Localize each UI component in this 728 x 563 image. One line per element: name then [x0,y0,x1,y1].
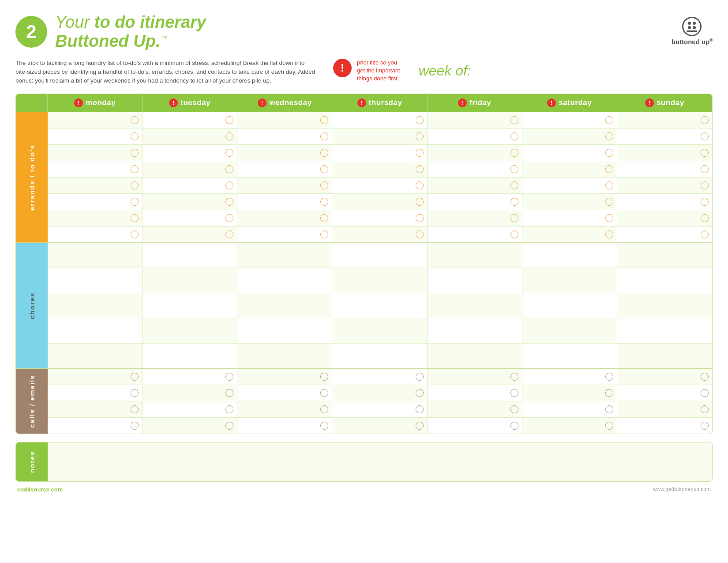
checkbox[interactable] [131,149,139,157]
checkbox[interactable] [510,165,518,173]
logo-dot [693,22,696,25]
checkbox[interactable] [416,405,424,413]
cell [617,210,712,226]
checkbox[interactable] [416,373,424,381]
title-line1: Your to do itinerary [55,13,206,32]
cell [522,145,617,161]
checkbox[interactable] [416,132,424,140]
checkbox[interactable] [701,165,709,173]
checkbox[interactable] [225,149,233,157]
table-row [48,369,712,385]
cell [143,418,237,434]
checkbox[interactable] [320,422,328,430]
checkbox[interactable] [416,389,424,397]
checkbox[interactable] [225,181,233,189]
checkbox[interactable] [605,422,613,430]
checkbox[interactable] [416,116,424,124]
checkbox[interactable] [225,198,233,206]
checkbox[interactable] [320,198,328,206]
checkbox[interactable] [131,165,139,173]
checkbox[interactable] [320,405,328,413]
checkbox[interactable] [416,165,424,173]
footer-right: www.getbuttonedup.com [653,486,711,492]
checkbox[interactable] [131,405,139,413]
checkbox[interactable] [225,214,233,222]
checkbox[interactable] [510,198,518,206]
checkbox[interactable] [416,230,424,238]
checkbox[interactable] [701,230,709,238]
checkbox[interactable] [605,214,613,222]
checkbox[interactable] [131,198,139,206]
checkbox[interactable] [416,214,424,222]
checkbox[interactable] [320,181,328,189]
checkbox[interactable] [320,165,328,173]
checkbox[interactable] [701,181,709,189]
checkbox[interactable] [225,132,233,140]
checkbox[interactable] [605,373,613,381]
checkbox[interactable] [225,230,233,238]
checkbox[interactable] [416,198,424,206]
checkbox[interactable] [225,405,233,413]
checkbox[interactable] [510,132,518,140]
checkbox[interactable] [131,422,139,430]
checkbox[interactable] [225,389,233,397]
footer-left: cod4source.com [17,486,63,493]
checkbox[interactable] [605,165,613,173]
checkbox[interactable] [605,230,613,238]
checkbox[interactable] [131,389,139,397]
checkbox[interactable] [131,132,139,140]
checkbox[interactable] [605,116,613,124]
checkbox[interactable] [605,181,613,189]
checkbox[interactable] [320,132,328,140]
col-tuesday: ! tuesday [143,94,237,112]
cell [617,318,712,343]
checkbox[interactable] [320,116,328,124]
checkbox[interactable] [605,389,613,397]
checkbox[interactable] [510,230,518,238]
checkbox[interactable] [225,165,233,173]
checkbox[interactable] [320,214,328,222]
checkbox[interactable] [131,181,139,189]
checkbox[interactable] [605,149,613,157]
checkbox[interactable] [605,198,613,206]
checkbox[interactable] [131,373,139,381]
checkbox[interactable] [131,214,139,222]
checkbox[interactable] [510,116,518,124]
checkbox[interactable] [605,405,613,413]
checkbox[interactable] [320,230,328,238]
cell [237,344,332,368]
checkbox[interactable] [510,405,518,413]
checkbox[interactable] [701,198,709,206]
checkbox[interactable] [416,422,424,430]
checkbox[interactable] [510,422,518,430]
checkbox[interactable] [510,389,518,397]
checkbox[interactable] [320,389,328,397]
checkbox[interactable] [225,373,233,381]
checkbox[interactable] [701,373,709,381]
checkbox[interactable] [225,422,233,430]
checkbox[interactable] [416,181,424,189]
checkbox[interactable] [131,116,139,124]
col-monday: ! monday [48,94,143,112]
checkbox[interactable] [701,422,709,430]
checkbox[interactable] [131,230,139,238]
checkbox[interactable] [510,149,518,157]
notes-label: notes [16,442,48,481]
checkbox[interactable] [225,116,233,124]
checkbox[interactable] [510,181,518,189]
checkbox[interactable] [605,132,613,140]
checkbox[interactable] [510,373,518,381]
checkbox[interactable] [320,149,328,157]
checkbox[interactable] [701,389,709,397]
checkbox[interactable] [701,132,709,140]
header: 2 Your to do itinerary Buttoned Up.™ [15,13,713,51]
checkbox[interactable] [701,214,709,222]
checkbox[interactable] [320,373,328,381]
checkbox[interactable] [510,214,518,222]
checkbox[interactable] [701,405,709,413]
checkbox[interactable] [701,116,709,124]
notes-content[interactable] [48,442,712,481]
cell [48,178,143,193]
checkbox[interactable] [416,149,424,157]
checkbox[interactable] [701,149,709,157]
